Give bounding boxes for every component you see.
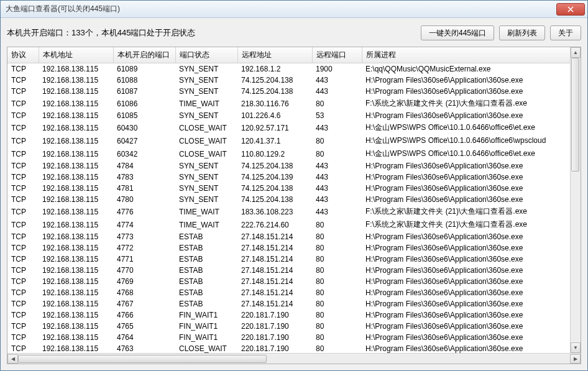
hscroll-track[interactable]	[18, 354, 570, 364]
table-row[interactable]: TCP192.168.138.1154766FIN_WAIT1220.181.7…	[7, 309, 570, 321]
table-cell: H:\金山WPS\WPS Office\10.1.0.6466\office6\…	[362, 147, 570, 160]
table-row[interactable]: TCP192.168.138.11561087SYN_SENT74.125.20…	[7, 86, 570, 97]
table-row[interactable]: TCP192.168.138.11561086TIME_WAIT218.30.1…	[7, 97, 570, 110]
table-cell: 80	[312, 254, 362, 265]
table-row[interactable]: TCP192.168.138.11561088SYN_SENT74.125.20…	[7, 75, 570, 86]
table-cell: TIME_WAIT	[175, 205, 237, 218]
table-cell: 192.168.138.115	[39, 298, 113, 309]
column-header[interactable]: 所属进程	[362, 47, 570, 63]
table-cell: 192.168.138.115	[39, 110, 113, 121]
scroll-down-button[interactable]: ▼	[571, 342, 581, 353]
refresh-button[interactable]: 刷新列表	[499, 25, 545, 40]
table-row[interactable]: TCP192.168.138.11560342CLOSE_WAIT110.80.…	[7, 147, 570, 160]
scroll-left-button[interactable]: ◀	[7, 354, 18, 364]
table-cell: 192.168.138.115	[39, 254, 113, 265]
table-row[interactable]: TCP192.168.138.1154772ESTAB27.148.151.21…	[7, 242, 570, 254]
table-cell: 4780	[113, 194, 175, 205]
table-cell: 192.168.138.115	[39, 183, 113, 194]
table-cell: 60427	[113, 134, 175, 147]
table-row[interactable]: TCP192.168.138.1154784SYN_SENT74.125.204…	[7, 160, 570, 172]
table-cell: 120.92.57.171	[237, 121, 312, 134]
scroll-right-button[interactable]: ▶	[570, 354, 581, 364]
table-cell: 4783	[113, 172, 175, 183]
table-cell: TCP	[7, 332, 39, 343]
table-cell: 27.148.151.214	[237, 231, 312, 242]
window-title: 大鱼端口查看器(可以关闭445端口)	[6, 4, 556, 14]
status-label: 本机共开启端口：133个，本机445端口处于开启状态	[7, 27, 416, 39]
table-cell: H:\Program Files\360se6\Application\360s…	[362, 276, 570, 287]
scroll-up-button[interactable]: ▲	[571, 47, 581, 58]
table-row[interactable]: TCP192.168.138.11561085SYN_SENT101.226.4…	[7, 110, 570, 121]
table-cell: 443	[312, 86, 362, 97]
column-header[interactable]: 端口状态	[175, 47, 237, 63]
table-cell: TIME_WAIT	[175, 218, 237, 231]
table-cell: H:\Program Files\360se6\Application\360s…	[362, 332, 570, 343]
table-cell: F:\系统之家\新建文件夹 (21)\大鱼端口查看器.exe	[362, 218, 570, 231]
table-row[interactable]: TCP192.168.138.1154771ESTAB27.148.151.21…	[7, 254, 570, 265]
table-cell: 110.80.129.2	[237, 147, 312, 160]
table-row[interactable]: TCP192.168.138.1154765FIN_WAIT1220.181.7…	[7, 321, 570, 332]
table-cell: TCP	[7, 97, 39, 110]
vertical-scrollbar[interactable]: ▲ ▼	[570, 47, 581, 353]
table-cell: H:\Program Files\360se6\Application\360s…	[362, 254, 570, 265]
table-cell: 27.148.151.214	[237, 287, 312, 298]
hscroll-thumb[interactable]	[18, 355, 267, 363]
column-header[interactable]: 远程地址	[237, 47, 312, 63]
table-cell: H:\Program Files\360se6\Application\360s…	[362, 110, 570, 121]
table-cell: TCP	[7, 231, 39, 242]
table-row[interactable]: TCP192.168.138.1154768ESTAB27.148.151.21…	[7, 287, 570, 298]
table-row[interactable]: TCP192.168.138.1154774TIME_WAIT222.76.21…	[7, 218, 570, 231]
table-cell: 220.181.7.190	[237, 309, 312, 321]
table-row[interactable]: TCP192.168.138.1154781SYN_SENT74.125.204…	[7, 183, 570, 194]
table-row[interactable]: TCP192.168.138.1154763CLOSE_WAIT220.181.…	[7, 343, 570, 353]
table-cell: 4773	[113, 231, 175, 242]
table-cell: 192.168.138.115	[39, 97, 113, 110]
table-cell: ESTAB	[175, 231, 237, 242]
table-row[interactable]: TCP192.168.138.1154770ESTAB27.148.151.21…	[7, 265, 570, 276]
table-cell: 443	[312, 205, 362, 218]
table-cell: 120.41.37.1	[237, 134, 312, 147]
table-cell: TCP	[7, 134, 39, 147]
table-cell: TCP	[7, 63, 39, 75]
horizontal-scrollbar[interactable]: ◀ ▶	[7, 353, 581, 364]
vscroll-track[interactable]	[571, 58, 581, 342]
vscroll-thumb[interactable]	[571, 58, 579, 172]
table-cell: 60430	[113, 121, 175, 134]
table-cell: 192.168.138.115	[39, 321, 113, 332]
table-cell: H:\Program Files\360se6\Application\360s…	[362, 172, 570, 183]
table-cell: 1900	[312, 63, 362, 75]
table-cell: 4764	[113, 332, 175, 343]
table-row[interactable]: TCP192.168.138.1154776TIME_WAIT183.36.10…	[7, 205, 570, 218]
table-cell: 74.125.204.138	[237, 86, 312, 97]
table-cell: ESTAB	[175, 298, 237, 309]
column-header[interactable]: 远程端口	[312, 47, 362, 63]
table-cell: TCP	[7, 147, 39, 160]
column-header[interactable]: 协议	[7, 47, 39, 63]
window-close-button[interactable]	[556, 3, 585, 16]
table-row[interactable]: TCP192.168.138.1154783SYN_SENT74.125.204…	[7, 172, 570, 183]
table-cell: 4772	[113, 242, 175, 254]
table-row[interactable]: TCP192.168.138.1154780SYN_SENT74.125.204…	[7, 194, 570, 205]
table-row[interactable]: TCP192.168.138.11560430CLOSE_WAIT120.92.…	[7, 121, 570, 134]
table-cell: TCP	[7, 75, 39, 86]
table-cell: SYN_SENT	[175, 63, 237, 75]
table-cell: 192.168.138.115	[39, 194, 113, 205]
table-cell: 53	[312, 110, 362, 121]
table-cell: 192.168.138.115	[39, 332, 113, 343]
about-button[interactable]: 关于	[550, 25, 581, 40]
table-row[interactable]: TCP192.168.138.11560427CLOSE_WAIT120.41.…	[7, 134, 570, 147]
column-header[interactable]: 本机地址	[39, 47, 113, 63]
table-cell: 80	[312, 242, 362, 254]
table-row[interactable]: TCP192.168.138.1154773ESTAB27.148.151.21…	[7, 231, 570, 242]
close-445-button[interactable]: 一键关闭445端口	[421, 25, 494, 40]
table-cell: H:\Program Files\360se6\Application\360s…	[362, 231, 570, 242]
column-header[interactable]: 本机开启的端口	[113, 47, 175, 63]
table-cell: 27.148.151.214	[237, 254, 312, 265]
table-row[interactable]: TCP192.168.138.1154769ESTAB27.148.151.21…	[7, 276, 570, 287]
table-cell: 60342	[113, 147, 175, 160]
table-row[interactable]: TCP192.168.138.1154764FIN_WAIT1220.181.7…	[7, 332, 570, 343]
table-cell: CLOSE_WAIT	[175, 147, 237, 160]
table-cell: CLOSE_WAIT	[175, 121, 237, 134]
table-row[interactable]: TCP192.168.138.11561089SYN_SENT192.168.1…	[7, 63, 570, 75]
table-row[interactable]: TCP192.168.138.1154767ESTAB27.148.151.21…	[7, 298, 570, 309]
